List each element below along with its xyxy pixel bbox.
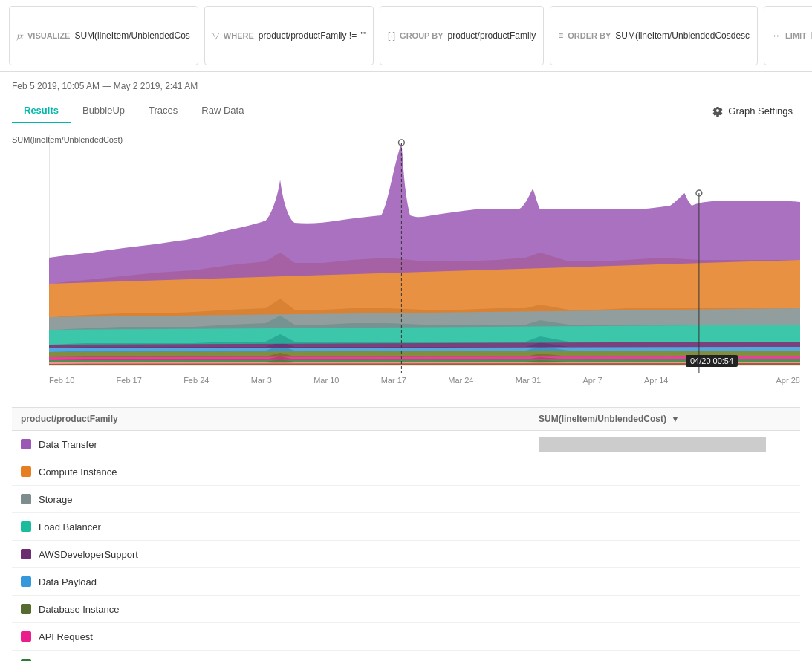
where-icon: ▽: [212, 30, 219, 41]
visualize-value: SUM(lineItem/UnblendedCos: [74, 30, 189, 41]
row-value: [539, 464, 791, 479]
x-label-feb17: Feb 17: [117, 376, 142, 385]
row-value: [539, 574, 791, 589]
table-row: AWSDeveloperSupport: [12, 541, 800, 568]
sort-icon[interactable]: ▼: [671, 414, 680, 424]
row-label: AWSDeveloperSupport: [39, 549, 539, 560]
row-value: [539, 602, 791, 616]
table-row: Database Instance: [12, 596, 800, 623]
row-label: Load Balancer: [39, 521, 539, 533]
content-area: Feb 5 2019, 10:05 AM — May 2 2019, 2:41 …: [0, 72, 812, 661]
color-swatch: [21, 631, 31, 642]
tab-rawdata[interactable]: Raw Data: [189, 99, 256, 123]
where-value: product/productFamily != "": [259, 30, 366, 41]
visualize-label: VISUALIZE: [27, 31, 70, 40]
groupby-value: product/productFamily: [448, 30, 536, 41]
row-label: Data Payload: [39, 576, 539, 587]
row-label: Database Instance: [39, 604, 539, 615]
orderby-label: ORDER BY: [568, 31, 611, 40]
visualize-pill[interactable]: 𝑓𝑥 VISUALIZE SUM(lineItem/UnblendedCos: [9, 6, 198, 65]
table-row: Storage: [12, 486, 800, 513]
x-label-feb10: Feb 10: [49, 376, 74, 385]
gear-icon: [712, 105, 724, 117]
row-label: Data Transfer: [39, 439, 539, 450]
chart-container: SUM(lineItem/UnblendedCost): [12, 123, 800, 407]
chart-area[interactable]: 0 04/20 00:54: [49, 135, 800, 373]
groupby-label: GROUP BY: [400, 31, 443, 40]
where-label: WHERE: [224, 31, 254, 40]
limit-icon: ↔: [772, 30, 781, 41]
table-section: product/productFamily SUM(lineItem/Unble…: [12, 407, 800, 661]
row-label: NAT Gateway: [39, 659, 539, 662]
x-label-mar10: Mar 10: [314, 376, 339, 385]
where-pill[interactable]: ▽ WHERE product/productFamily != "": [204, 6, 374, 65]
groupby-icon: [·]: [388, 30, 395, 41]
table-row: Load Balancer: [12, 513, 800, 541]
x-label-feb24: Feb 24: [183, 376, 209, 385]
x-label-mar31: Mar 31: [516, 376, 541, 385]
x-label-apr14: Apr 14: [644, 376, 668, 385]
graph-settings-label: Graph Settings: [728, 105, 793, 117]
orderby-pill[interactable]: ≡ ORDER BY SUM(lineItem/UnblendedCosdesc: [550, 6, 758, 65]
row-value: [539, 657, 791, 661]
tab-traces[interactable]: Traces: [137, 99, 189, 123]
top-bar: 𝑓𝑥 VISUALIZE SUM(lineItem/UnblendedCos ▽…: [0, 0, 812, 72]
color-swatch: [21, 549, 31, 559]
col-sum-header: SUM(lineItem/UnblendedCost) ▼: [539, 414, 791, 424]
limit-pill[interactable]: ↔ LIMIT None: [764, 6, 812, 65]
groupby-pill[interactable]: [·] GROUP BY product/productFamily: [380, 6, 544, 65]
x-label-apr7: Apr 7: [582, 376, 602, 385]
color-swatch: [21, 439, 31, 449]
col-product-header: product/productFamily: [21, 414, 539, 424]
tabs-row: Results BubbleUp Traces Raw Data Graph S…: [12, 99, 800, 123]
table-body: Data Transfer Compute Instance Storage L…: [12, 431, 800, 661]
color-swatch: [21, 466, 31, 477]
fx-icon: 𝑓𝑥: [17, 30, 23, 41]
x-label-apr28: Apr 28: [776, 376, 799, 385]
table-row: API Request: [12, 623, 800, 651]
row-value: [539, 629, 791, 644]
color-swatch: [21, 494, 31, 504]
x-label-mar24: Mar 24: [448, 376, 473, 385]
row-value: [539, 437, 791, 452]
row-value: [539, 519, 791, 534]
row-label: Storage: [39, 494, 539, 505]
stacked-area-chart: 0: [49, 135, 800, 373]
row-label: Compute Instance: [39, 466, 539, 478]
tooltip-label: 04/20 00:54: [690, 356, 733, 365]
color-swatch: [21, 604, 31, 614]
color-swatch: [21, 521, 31, 532]
tab-bubbleup[interactable]: BubbleUp: [71, 99, 137, 123]
color-swatch: [21, 576, 31, 587]
row-label: API Request: [39, 631, 539, 642]
table-row: Data Payload: [12, 568, 800, 596]
x-label-mar17: Mar 17: [381, 376, 406, 385]
row-value: [539, 547, 791, 561]
limit-label: LIMIT: [785, 31, 807, 40]
date-range: Feb 5 2019, 10:05 AM — May 2 2019, 2:41 …: [12, 81, 800, 91]
table-row: Data Transfer: [12, 431, 800, 458]
table-header: product/productFamily SUM(lineItem/Unble…: [12, 407, 800, 431]
row-value: [539, 492, 791, 507]
orderby-value: SUM(lineItem/UnblendedCosdesc: [615, 30, 750, 41]
tab-results[interactable]: Results: [12, 99, 71, 123]
graph-settings-button[interactable]: Graph Settings: [704, 100, 800, 121]
orderby-icon: ≡: [558, 30, 563, 41]
value-bar: [539, 437, 766, 452]
x-label-mar3: Mar 3: [251, 376, 272, 385]
table-row: NAT Gateway: [12, 651, 800, 661]
table-row: Compute Instance: [12, 458, 800, 486]
x-axis: Feb 10 Feb 17 Feb 24 Mar 3 Mar 10 Mar 17…: [49, 373, 800, 385]
